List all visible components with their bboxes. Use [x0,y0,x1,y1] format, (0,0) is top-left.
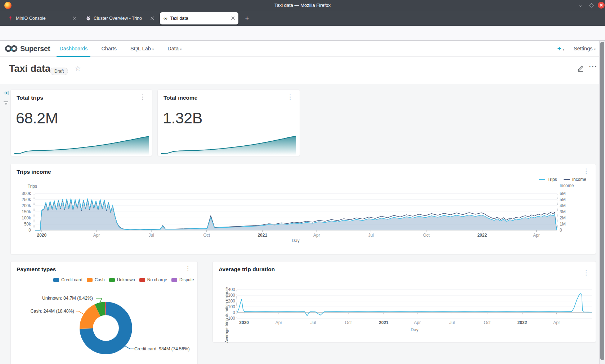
nav-sql-lab[interactable]: SQL Lab▾ [127,41,157,57]
chevron-down-icon[interactable] [579,3,583,7]
big-number-value: 1.32B [163,109,202,127]
tab-minio-console[interactable]: MinIO Console [4,12,80,24]
legend-item[interactable]: Dispute [171,277,194,282]
axis-tick-label: Jul [357,232,385,238]
tab-trino[interactable]: Cluster Overview - Trino [82,12,158,24]
kebab-menu-icon[interactable]: ⋮ [583,168,589,175]
axis-tick-label: 200k [14,203,31,209]
filter-list-icon[interactable] [3,100,9,106]
y-axis-title: Income [560,183,581,188]
nav-dashboards[interactable]: Dashboards [57,41,90,57]
settings-menu[interactable]: Settings▾ [574,46,596,51]
dashboard-header: Taxi data Draft ☆ ⋯ [0,57,605,84]
add-new-button[interactable]: +▾ [557,45,564,53]
axis-tick-label: 400 [218,287,235,292]
superset-logo-icon [4,45,18,53]
card-total-trips: Total trips ⋮ 68.2M [10,90,152,156]
axis-tick-label: Apr [302,232,331,238]
legend-item[interactable]: Income [564,177,586,182]
window-titlebar: Taxi data — Mozilla Firefox [0,0,605,11]
kebab-menu-icon[interactable]: ⋮ [185,265,191,272]
scrollbar[interactable] [599,41,605,364]
axis-tick-label: 2022 [508,320,537,326]
tab-label: Taxi data [170,16,228,21]
edit-pencil-icon[interactable] [577,65,584,73]
axis-tick-label: 300 [218,292,235,298]
axis-tick-label: 0 [218,310,235,315]
dashboard-content: Total trips ⋮ 68.2M Total income ⋮ 1.32B… [0,84,605,364]
axis-tick-label: 0 [560,227,574,233]
chevron-down-icon: ▾ [594,47,596,51]
panel-avg-trip-duration: Average trip duration ⋮ Average trinp du… [212,261,596,342]
page-title: Taxi data [9,63,50,74]
chart-title: Total trips [17,95,43,101]
x-axis-title: Day [281,238,310,244]
panel-payment-types: Payment types ⋮ Credit cardCashUnknownNo… [10,261,198,364]
legend-item[interactable]: Credit card [53,277,82,282]
axis-tick-label: 50k [14,221,31,227]
brand-name: Superset [20,45,50,53]
close-tab-icon[interactable] [151,17,154,20]
avg-trip-duration-chart [236,287,595,324]
status-badge: Draft [50,68,68,75]
kebab-menu-icon[interactable]: ⋮ [139,94,145,101]
axis-tick-label: 2021 [248,232,277,238]
nav-charts[interactable]: Charts [98,41,120,57]
donut-slice-label: Unknown: 84.7M (6.42%) [32,295,93,301]
axis-tick-label: 2020 [27,232,56,238]
axis-tick-label: Jul [299,320,328,326]
axis-tick-label: Jul [137,232,166,238]
tab-bar: MinIO Console Cluster Overview - Trino ∞… [0,11,605,26]
axis-tick-label: 6M [560,191,574,196]
axis-tick-label: 300k [14,191,31,196]
axis-tick-label: 5M [560,197,574,203]
new-tab-button[interactable]: + [243,14,251,23]
superset-brand[interactable]: Superset [4,45,50,53]
expand-filters-icon[interactable] [3,90,9,96]
donut-slice-label: Credit card: 984M (74.56%) [134,346,205,352]
donut-slice-label: Cash: 244M (18.48%) [21,308,74,314]
axis-tick-label: Apr [542,320,571,326]
legend-item[interactable]: Trips [539,177,557,182]
sparkline-chart [161,134,296,155]
close-tab-icon[interactable] [73,17,76,20]
axis-tick-label: 3M [560,209,574,215]
kebab-menu-icon[interactable]: ⋮ [287,94,293,101]
legend-item[interactable]: No charge [139,277,167,282]
axis-tick-label: Apr [264,320,293,326]
close-tab-icon[interactable] [231,17,235,20]
trino-icon [86,16,91,21]
axis-tick-label: 250k [14,197,31,203]
tab-label: Cluster Overview - Trino [94,16,148,21]
chevron-down-icon: ▾ [563,48,565,51]
nav-data[interactable]: Data▾ [165,41,184,57]
favorite-star-icon[interactable]: ☆ [75,64,81,73]
screen: Taxi data — Mozilla Firefox MinIO Consol… [0,0,605,364]
window-title: Taxi data — Mozilla Firefox [0,3,605,8]
axis-tick-label: Oct [334,320,363,326]
axis-tick-label: 2022 [468,232,497,238]
card-total-income: Total income ⋮ 1.32B [157,90,300,156]
axis-tick-label: Oct [473,320,502,326]
more-options-icon[interactable]: ⋯ [588,61,597,71]
axis-tick-label: 4M [560,203,574,209]
x-axis-title: Day [400,327,429,333]
panel-trips-income: Trips income ⋮ TripsIncome 300k250k200k1… [10,164,596,254]
chart-legend: TripsIncome [539,177,586,182]
chart-title: Total income [163,95,197,101]
scrollbar-thumb[interactable] [600,42,604,360]
superset-navbar: Superset Dashboards Charts SQL Lab▾ Data… [0,41,605,57]
chart-legend: Credit cardCashUnknownNo chargeDispute [53,277,194,282]
axis-tick-label: 200 [218,298,235,304]
axis-tick-label: Apr [522,232,551,238]
tab-taxi-data[interactable]: ∞ Taxi data [160,12,238,24]
close-window-button[interactable] [598,2,605,9]
chevron-down-icon: ▾ [152,47,154,51]
minio-icon [8,16,13,21]
legend-item[interactable]: Cash [87,277,105,282]
axis-tick-label: Oct [192,232,221,238]
axis-tick-label: 2M [560,215,574,221]
kebab-menu-icon[interactable]: ⋮ [583,269,589,277]
legend-item[interactable]: Unknown [109,277,135,282]
chevron-down-icon: ▾ [180,47,182,51]
